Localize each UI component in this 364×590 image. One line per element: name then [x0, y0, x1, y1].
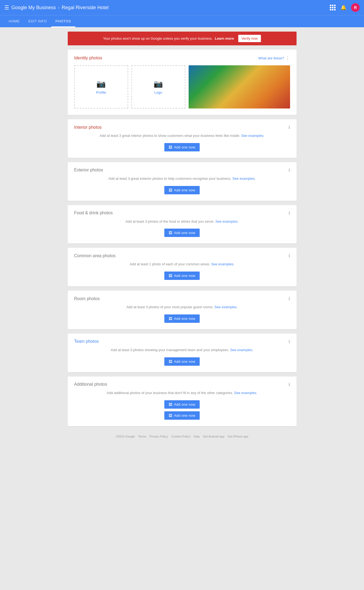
btn-area-2: 🖼 Add one now: [74, 229, 290, 237]
top-bar-right: 🔔 R: [329, 3, 360, 12]
identity-header: Identity photos What are these? ⋮: [74, 55, 290, 61]
add-icon-5: 🖼: [169, 360, 172, 364]
add-icon-0: 🖼: [169, 145, 172, 149]
grid-dots: [330, 5, 336, 11]
verify-now-button[interactable]: Verify now: [238, 35, 261, 42]
section-card-0: Interior photos ℹ Add at least 3 great i…: [68, 119, 297, 158]
info-icon-4[interactable]: ℹ: [288, 296, 290, 301]
section-header-5: Team photos ℹ: [74, 339, 290, 344]
what-are-these-link[interactable]: What are these?: [258, 56, 284, 60]
section-card-6: Additional photos ℹ Add additional photo…: [68, 377, 297, 426]
add-one-now-button-5[interactable]: 🖼 Add one now: [164, 357, 200, 366]
profile-photo-placeholder[interactable]: 📷 Profile: [74, 65, 128, 108]
section-card-2: Food & drink photos ℹ Add at least 3 pho…: [68, 205, 297, 244]
add-icon-2: 🖼: [169, 231, 172, 235]
btn-area-6: 🖼 Add one now: [74, 400, 290, 409]
section-card-5: Team photos ℹ Add at least 3 photos show…: [68, 334, 297, 372]
grid-icon[interactable]: [329, 4, 336, 11]
logo-photo-placeholder[interactable]: 📷 Logo: [131, 65, 185, 108]
section-title-3: Common area photos: [74, 253, 116, 258]
camera-icon: 📷: [96, 79, 106, 88]
nav-edit-info[interactable]: EDIT INFO: [24, 15, 51, 27]
hamburger-icon[interactable]: ☰: [4, 4, 9, 11]
see-examples-link-6[interactable]: See examples.: [234, 391, 257, 395]
see-examples-link-4[interactable]: See examples.: [215, 305, 238, 309]
section-header-1: Exterior photos ℹ: [74, 168, 290, 173]
info-icon-2[interactable]: ℹ: [288, 211, 290, 216]
section-card-3: Common area photos ℹ Add at least 1 phot…: [68, 248, 297, 286]
nav-photos[interactable]: PHOTOS: [51, 15, 76, 27]
nav-home[interactable]: HOME: [4, 15, 24, 27]
see-examples-link-2[interactable]: See examples.: [215, 219, 239, 223]
section-desc-5: Add at least 3 photos showing your manag…: [74, 347, 290, 353]
btn-area-0: 🖼 Add one now: [74, 143, 290, 151]
footer-iphone[interactable]: Get iPhone app: [228, 435, 248, 438]
section-desc-1: Add at least 3 great exterior photos to …: [74, 176, 290, 182]
notification-icon[interactable]: 🔔: [340, 4, 347, 11]
section-title-5: Team photos: [74, 339, 99, 344]
logo-label: Logo: [154, 90, 162, 94]
btn-area-1: 🖼 Add one now: [74, 186, 290, 194]
section-header-0: Interior photos ℹ: [74, 125, 290, 130]
top-bar-left: ☰ Google My Business › Regal Riverside H…: [4, 4, 108, 11]
section-desc-0: Add at least 3 great interior photos to …: [74, 133, 290, 139]
sub-nav: HOME EDIT INFO PHOTOS: [0, 15, 364, 27]
btn-area-extra-6: 🖼 Add one now: [74, 411, 290, 420]
page-name: Regal Riverside Hotel: [62, 5, 108, 11]
alert-text: Your photos won't show up on Google unle…: [103, 36, 213, 40]
add-one-now-button-1[interactable]: 🖼 Add one now: [164, 186, 200, 194]
see-examples-link-1[interactable]: See examples.: [232, 177, 256, 181]
add-one-now-button-3[interactable]: 🖼 Add one now: [164, 272, 200, 280]
footer-privacy[interactable]: Privacy Policy: [149, 435, 168, 438]
add-one-now-button-6[interactable]: 🖼 Add one now: [164, 400, 200, 409]
footer-content-policy[interactable]: Content Policy: [171, 435, 190, 438]
btn-area-3: 🖼 Add one now: [74, 272, 290, 280]
top-bar: ☰ Google My Business › Regal Riverside H…: [0, 0, 364, 15]
brand-name: Google My Business: [11, 5, 56, 11]
section-header-4: Room photos ℹ: [74, 296, 290, 301]
section-desc-2: Add at least 3 photos of the food or dri…: [74, 219, 290, 225]
info-icon-1[interactable]: ℹ: [288, 168, 290, 173]
add-one-now-button-2[interactable]: 🖼 Add one now: [164, 229, 200, 237]
section-header-6: Additional photos ℹ: [74, 382, 290, 387]
section-header-3: Common area photos ℹ: [74, 253, 290, 258]
see-examples-link-3[interactable]: See examples.: [211, 262, 234, 266]
section-desc-6: Add additional photos of your business t…: [74, 390, 290, 396]
info-icon-6[interactable]: ℹ: [288, 382, 290, 387]
learn-more-link[interactable]: Learn more: [215, 36, 234, 40]
section-desc-3: Add at least 1 photo of each of your com…: [74, 262, 290, 267]
sample-photo: [189, 65, 290, 108]
identity-photos-row: 📷 Profile 📷 Logo: [74, 65, 290, 108]
alert-banner: Your photos won't show up on Google unle…: [68, 32, 297, 45]
add-icon-4: 🖼: [169, 317, 172, 321]
btn-area-5: 🖼 Add one now: [74, 357, 290, 366]
footer-android[interactable]: Get Android app: [203, 435, 224, 438]
identity-title: Identity photos: [74, 56, 102, 60]
identity-photos-card: Identity photos What are these? ⋮ 📷 Prof…: [68, 50, 297, 115]
add-icon-6: 🖼: [169, 402, 172, 406]
footer-help[interactable]: Help: [193, 435, 200, 438]
info-icon-0[interactable]: ℹ: [288, 125, 290, 130]
add-one-now-button-4[interactable]: 🖼 Add one now: [164, 314, 200, 323]
add-one-now-button-extra-6[interactable]: 🖼 Add one now: [164, 411, 200, 420]
footer-terms[interactable]: Terms: [138, 435, 146, 438]
see-examples-link-5[interactable]: See examples.: [230, 348, 253, 352]
footer: ©2015 Google Terms Privacy Policy Conten…: [68, 430, 297, 442]
info-icon-5[interactable]: ℹ: [288, 339, 290, 344]
sections-container: Interior photos ℹ Add at least 3 great i…: [68, 119, 297, 426]
camera-icon-logo: 📷: [154, 79, 163, 88]
see-examples-link-0[interactable]: See examples.: [241, 134, 264, 138]
info-icon-3[interactable]: ℹ: [288, 253, 290, 258]
section-card-1: Exterior photos ℹ Add at least 3 great e…: [68, 162, 297, 201]
section-card-4: Room photos ℹ Add at least 3 photos of y…: [68, 291, 297, 329]
avatar[interactable]: R: [351, 3, 360, 12]
identity-menu-dots[interactable]: ⋮: [285, 55, 290, 61]
profile-label: Profile: [96, 90, 106, 94]
section-title-6: Additional photos: [74, 382, 107, 387]
section-title-0: Interior photos: [74, 125, 102, 130]
section-desc-4: Add at least 3 photos of your most popul…: [74, 304, 290, 310]
add-icon-1: 🖼: [169, 188, 172, 192]
main-content: Your photos won't show up on Google unle…: [63, 27, 301, 447]
copyright: ©2015 Google: [116, 435, 135, 438]
add-one-now-button-0[interactable]: 🖼 Add one now: [164, 143, 200, 151]
